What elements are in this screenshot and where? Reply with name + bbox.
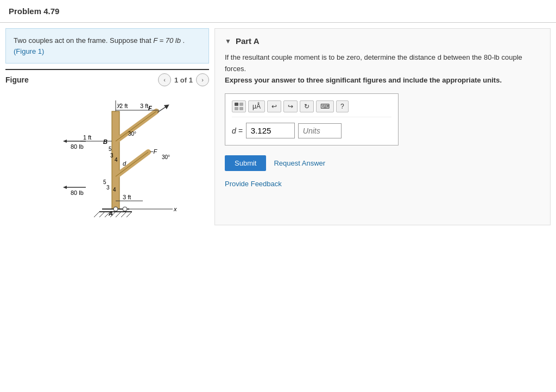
feedback-link[interactable]: Provide Feedback [225,180,282,188]
svg-rect-49 [239,103,243,106]
svg-text:5: 5 [109,146,112,152]
keyboard-button[interactable]: ⌨ [316,100,334,112]
instruction-line1: If the resultant couple moment is to be … [225,52,540,75]
svg-text:30°: 30° [128,131,136,137]
units-input[interactable] [298,123,342,138]
svg-text:30°: 30° [162,154,170,160]
mu-button[interactable]: μÅ [248,100,265,112]
svg-text:−F: −F [150,148,157,155]
svg-text:2 ft: 2 ft [119,103,128,109]
answer-row: d = [232,123,391,138]
svg-line-12 [99,212,105,217]
figure-next-button[interactable]: › [196,73,209,86]
svg-rect-48 [235,103,238,106]
figure-page: 1 of 1 [174,76,193,84]
redo-button[interactable]: ↪ [283,100,298,112]
problem-formula: F = 70 lb [153,36,181,45]
answer-box: μÅ ↩ ↪ ↻ ⌨ ? d = [225,93,399,146]
request-answer-link[interactable]: Request Answer [274,159,325,167]
figure-prev-button[interactable]: ‹ [158,73,171,86]
help-button[interactable]: ? [336,100,349,112]
svg-text:3: 3 [106,185,110,191]
svg-text:A: A [108,210,113,217]
svg-text:80 lb: 80 lb [71,189,84,196]
figure-svg: y x [31,95,184,220]
problem-text: Two couples act on the frame. Suppose th… [14,36,153,45]
answer-input[interactable] [246,123,295,138]
svg-text:3 ft: 3 ft [123,194,131,200]
svg-text:3 ft: 3 ft [140,103,148,109]
figure-nav: ‹ 1 of 1 › [158,73,209,86]
symbol-button[interactable] [232,100,246,112]
part-instructions: If the resultant couple moment is to be … [225,52,540,86]
svg-text:x: x [173,206,177,212]
svg-text:80 lb: 80 lb [71,143,84,150]
svg-line-17 [127,212,132,217]
refresh-button[interactable]: ↻ [300,100,314,112]
problem-description: Two couples act on the frame. Suppose th… [5,28,209,64]
svg-text:F: F [148,105,152,111]
svg-rect-51 [239,107,243,110]
svg-line-15 [116,212,121,217]
svg-text:4: 4 [113,187,116,193]
svg-point-47 [123,207,127,211]
figure-image: y x [5,90,209,225]
svg-line-11 [94,212,99,217]
svg-rect-50 [235,107,238,110]
figure-section: Figure ‹ 1 of 1 › y x [5,69,209,225]
figure-header: Figure ‹ 1 of 1 › [5,69,209,90]
svg-marker-32 [63,140,67,143]
dropdown-arrow-icon[interactable]: ▼ [225,37,231,45]
svg-line-8 [116,152,148,176]
answer-toolbar: μÅ ↩ ↪ ↻ ⌨ ? [232,100,391,117]
figure-label: Figure [5,75,29,84]
left-panel: Two couples act on the frame. Suppose th… [5,28,209,225]
svg-text:1 ft: 1 ft [83,134,91,141]
svg-line-28 [157,106,167,112]
answer-label: d = [232,127,243,135]
undo-button[interactable]: ↩ [267,100,281,112]
part-label: Part A [236,36,260,46]
svg-text:B: B [103,138,108,145]
submit-row: Submit Request Answer [225,155,540,171]
problem-title: Problem 4.79 [0,0,556,23]
svg-line-16 [121,212,127,217]
svg-text:3: 3 [110,153,113,159]
instruction-line2: Express your answer to three significant… [225,75,540,86]
svg-marker-35 [63,186,67,189]
figure-link[interactable]: (Figure 1) [14,47,44,55]
svg-text:4: 4 [115,157,118,163]
submit-button[interactable]: Submit [225,155,266,171]
svg-point-46 [113,207,118,211]
right-panel: ▼ Part A If the resultant couple moment … [214,28,551,225]
svg-text:d: d [123,160,127,167]
problem-suffix: . [183,36,185,45]
part-header: ▼ Part A [225,36,540,46]
